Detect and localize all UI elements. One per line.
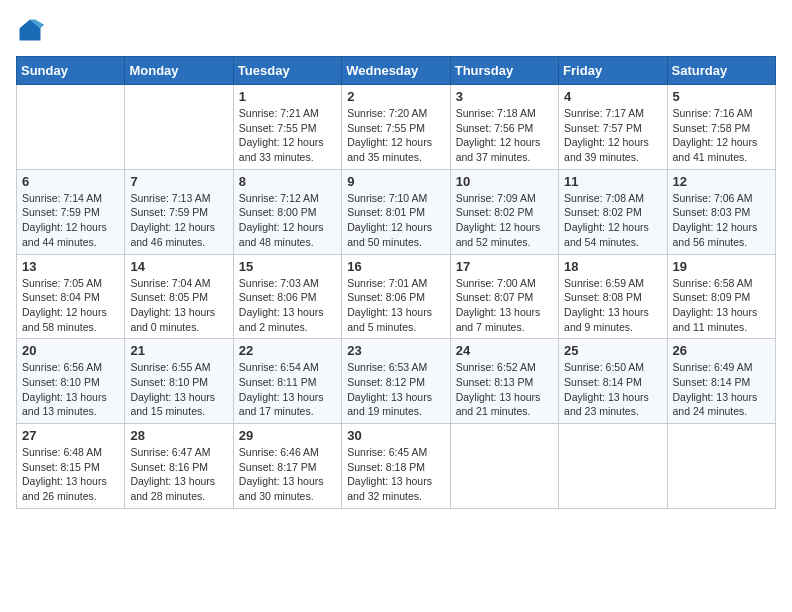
calendar-week-row: 1Sunrise: 7:21 AM Sunset: 7:55 PM Daylig… xyxy=(17,85,776,170)
calendar-cell: 21Sunrise: 6:55 AM Sunset: 8:10 PM Dayli… xyxy=(125,339,233,424)
calendar-cell: 24Sunrise: 6:52 AM Sunset: 8:13 PM Dayli… xyxy=(450,339,558,424)
calendar-cell: 20Sunrise: 6:56 AM Sunset: 8:10 PM Dayli… xyxy=(17,339,125,424)
day-info: Sunrise: 7:17 AM Sunset: 7:57 PM Dayligh… xyxy=(564,106,661,165)
calendar-cell: 10Sunrise: 7:09 AM Sunset: 8:02 PM Dayli… xyxy=(450,169,558,254)
calendar-cell: 12Sunrise: 7:06 AM Sunset: 8:03 PM Dayli… xyxy=(667,169,775,254)
calendar-cell: 22Sunrise: 6:54 AM Sunset: 8:11 PM Dayli… xyxy=(233,339,341,424)
calendar-cell: 9Sunrise: 7:10 AM Sunset: 8:01 PM Daylig… xyxy=(342,169,450,254)
day-number: 27 xyxy=(22,428,119,443)
calendar-cell: 14Sunrise: 7:04 AM Sunset: 8:05 PM Dayli… xyxy=(125,254,233,339)
calendar-cell: 17Sunrise: 7:00 AM Sunset: 8:07 PM Dayli… xyxy=(450,254,558,339)
day-info: Sunrise: 7:09 AM Sunset: 8:02 PM Dayligh… xyxy=(456,191,553,250)
day-info: Sunrise: 6:45 AM Sunset: 8:18 PM Dayligh… xyxy=(347,445,444,504)
day-info: Sunrise: 7:03 AM Sunset: 8:06 PM Dayligh… xyxy=(239,276,336,335)
calendar-cell: 25Sunrise: 6:50 AM Sunset: 8:14 PM Dayli… xyxy=(559,339,667,424)
day-number: 26 xyxy=(673,343,770,358)
day-number: 16 xyxy=(347,259,444,274)
calendar-week-row: 13Sunrise: 7:05 AM Sunset: 8:04 PM Dayli… xyxy=(17,254,776,339)
weekday-header: Thursday xyxy=(450,57,558,85)
day-number: 12 xyxy=(673,174,770,189)
calendar-cell: 29Sunrise: 6:46 AM Sunset: 8:17 PM Dayli… xyxy=(233,424,341,509)
day-number: 19 xyxy=(673,259,770,274)
calendar-cell: 18Sunrise: 6:59 AM Sunset: 8:08 PM Dayli… xyxy=(559,254,667,339)
weekday-header: Sunday xyxy=(17,57,125,85)
day-number: 21 xyxy=(130,343,227,358)
calendar-cell: 26Sunrise: 6:49 AM Sunset: 8:14 PM Dayli… xyxy=(667,339,775,424)
day-number: 11 xyxy=(564,174,661,189)
calendar-week-row: 27Sunrise: 6:48 AM Sunset: 8:15 PM Dayli… xyxy=(17,424,776,509)
calendar-cell: 5Sunrise: 7:16 AM Sunset: 7:58 PM Daylig… xyxy=(667,85,775,170)
day-number: 17 xyxy=(456,259,553,274)
calendar-cell xyxy=(450,424,558,509)
day-number: 4 xyxy=(564,89,661,104)
calendar-cell: 4Sunrise: 7:17 AM Sunset: 7:57 PM Daylig… xyxy=(559,85,667,170)
day-info: Sunrise: 6:49 AM Sunset: 8:14 PM Dayligh… xyxy=(673,360,770,419)
day-number: 8 xyxy=(239,174,336,189)
calendar-cell: 8Sunrise: 7:12 AM Sunset: 8:00 PM Daylig… xyxy=(233,169,341,254)
day-number: 6 xyxy=(22,174,119,189)
calendar-table: SundayMondayTuesdayWednesdayThursdayFrid… xyxy=(16,56,776,509)
calendar-week-row: 20Sunrise: 6:56 AM Sunset: 8:10 PM Dayli… xyxy=(17,339,776,424)
day-number: 13 xyxy=(22,259,119,274)
calendar-cell xyxy=(667,424,775,509)
calendar-cell: 7Sunrise: 7:13 AM Sunset: 7:59 PM Daylig… xyxy=(125,169,233,254)
day-number: 22 xyxy=(239,343,336,358)
logo-icon xyxy=(16,16,44,44)
day-info: Sunrise: 7:01 AM Sunset: 8:06 PM Dayligh… xyxy=(347,276,444,335)
calendar-cell: 2Sunrise: 7:20 AM Sunset: 7:55 PM Daylig… xyxy=(342,85,450,170)
calendar-cell: 28Sunrise: 6:47 AM Sunset: 8:16 PM Dayli… xyxy=(125,424,233,509)
calendar-cell: 30Sunrise: 6:45 AM Sunset: 8:18 PM Dayli… xyxy=(342,424,450,509)
day-number: 15 xyxy=(239,259,336,274)
day-number: 23 xyxy=(347,343,444,358)
calendar-week-row: 6Sunrise: 7:14 AM Sunset: 7:59 PM Daylig… xyxy=(17,169,776,254)
day-info: Sunrise: 6:54 AM Sunset: 8:11 PM Dayligh… xyxy=(239,360,336,419)
day-number: 29 xyxy=(239,428,336,443)
weekday-header: Saturday xyxy=(667,57,775,85)
calendar-cell xyxy=(559,424,667,509)
day-number: 14 xyxy=(130,259,227,274)
weekday-header: Tuesday xyxy=(233,57,341,85)
day-number: 10 xyxy=(456,174,553,189)
day-number: 20 xyxy=(22,343,119,358)
day-info: Sunrise: 6:46 AM Sunset: 8:17 PM Dayligh… xyxy=(239,445,336,504)
day-info: Sunrise: 6:47 AM Sunset: 8:16 PM Dayligh… xyxy=(130,445,227,504)
day-info: Sunrise: 7:10 AM Sunset: 8:01 PM Dayligh… xyxy=(347,191,444,250)
day-info: Sunrise: 7:16 AM Sunset: 7:58 PM Dayligh… xyxy=(673,106,770,165)
calendar-cell xyxy=(17,85,125,170)
day-info: Sunrise: 6:52 AM Sunset: 8:13 PM Dayligh… xyxy=(456,360,553,419)
day-info: Sunrise: 7:04 AM Sunset: 8:05 PM Dayligh… xyxy=(130,276,227,335)
day-info: Sunrise: 6:59 AM Sunset: 8:08 PM Dayligh… xyxy=(564,276,661,335)
logo xyxy=(16,16,48,44)
calendar-cell: 23Sunrise: 6:53 AM Sunset: 8:12 PM Dayli… xyxy=(342,339,450,424)
weekday-header: Friday xyxy=(559,57,667,85)
day-number: 5 xyxy=(673,89,770,104)
day-number: 28 xyxy=(130,428,227,443)
day-number: 24 xyxy=(456,343,553,358)
day-info: Sunrise: 7:18 AM Sunset: 7:56 PM Dayligh… xyxy=(456,106,553,165)
day-number: 1 xyxy=(239,89,336,104)
day-info: Sunrise: 7:08 AM Sunset: 8:02 PM Dayligh… xyxy=(564,191,661,250)
day-number: 3 xyxy=(456,89,553,104)
day-info: Sunrise: 7:21 AM Sunset: 7:55 PM Dayligh… xyxy=(239,106,336,165)
day-info: Sunrise: 7:20 AM Sunset: 7:55 PM Dayligh… xyxy=(347,106,444,165)
day-info: Sunrise: 7:14 AM Sunset: 7:59 PM Dayligh… xyxy=(22,191,119,250)
calendar-cell xyxy=(125,85,233,170)
calendar-cell: 11Sunrise: 7:08 AM Sunset: 8:02 PM Dayli… xyxy=(559,169,667,254)
calendar-cell: 6Sunrise: 7:14 AM Sunset: 7:59 PM Daylig… xyxy=(17,169,125,254)
day-info: Sunrise: 7:13 AM Sunset: 7:59 PM Dayligh… xyxy=(130,191,227,250)
day-number: 30 xyxy=(347,428,444,443)
calendar-cell: 27Sunrise: 6:48 AM Sunset: 8:15 PM Dayli… xyxy=(17,424,125,509)
weekday-header: Monday xyxy=(125,57,233,85)
day-info: Sunrise: 6:58 AM Sunset: 8:09 PM Dayligh… xyxy=(673,276,770,335)
weekday-header-row: SundayMondayTuesdayWednesdayThursdayFrid… xyxy=(17,57,776,85)
day-number: 2 xyxy=(347,89,444,104)
day-info: Sunrise: 7:12 AM Sunset: 8:00 PM Dayligh… xyxy=(239,191,336,250)
day-info: Sunrise: 7:00 AM Sunset: 8:07 PM Dayligh… xyxy=(456,276,553,335)
day-info: Sunrise: 7:05 AM Sunset: 8:04 PM Dayligh… xyxy=(22,276,119,335)
calendar-cell: 3Sunrise: 7:18 AM Sunset: 7:56 PM Daylig… xyxy=(450,85,558,170)
day-number: 9 xyxy=(347,174,444,189)
calendar-cell: 13Sunrise: 7:05 AM Sunset: 8:04 PM Dayli… xyxy=(17,254,125,339)
day-info: Sunrise: 6:56 AM Sunset: 8:10 PM Dayligh… xyxy=(22,360,119,419)
calendar-cell: 16Sunrise: 7:01 AM Sunset: 8:06 PM Dayli… xyxy=(342,254,450,339)
day-info: Sunrise: 7:06 AM Sunset: 8:03 PM Dayligh… xyxy=(673,191,770,250)
